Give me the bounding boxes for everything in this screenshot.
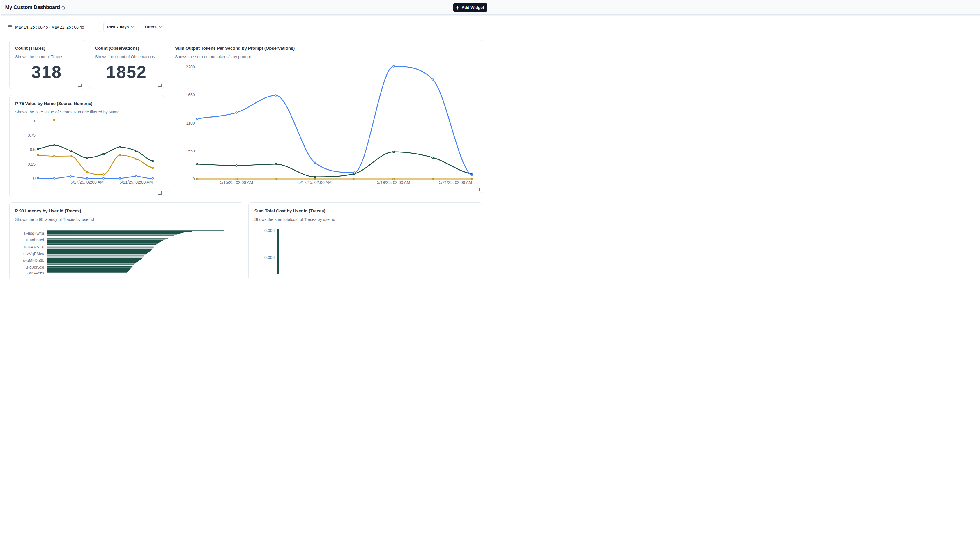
svg-text:0.25: 0.25 bbox=[27, 162, 35, 166]
svg-text:1100: 1100 bbox=[186, 121, 195, 125]
svg-text:u-aobnuxf: u-aobnuxf bbox=[26, 238, 44, 243]
svg-text:5/21/25, 02:00 AM: 5/21/25, 02:00 AM bbox=[439, 180, 472, 185]
svg-text:0.75: 0.75 bbox=[27, 133, 35, 138]
svg-text:u-zVqP3hw: u-zVqP3hw bbox=[23, 251, 44, 256]
svg-text:0.008: 0.008 bbox=[264, 228, 275, 233]
svg-text:0.006: 0.006 bbox=[264, 255, 275, 260]
svg-text:u-tFAR5TX: u-tFAR5TX bbox=[24, 245, 44, 249]
svg-text:1650: 1650 bbox=[186, 92, 195, 97]
svg-text:u-5M8D56k: u-5M8D56k bbox=[23, 258, 44, 263]
svg-text:5/17/25, 02:00 AM: 5/17/25, 02:00 AM bbox=[70, 180, 103, 184]
svg-text:2200: 2200 bbox=[186, 65, 195, 69]
svg-text:u-d3qr5cg: u-d3qr5cg bbox=[25, 265, 44, 270]
svg-text:0: 0 bbox=[192, 177, 195, 181]
svg-text:u-8fVa9T3: u-8fVa9T3 bbox=[25, 271, 44, 274]
svg-text:5/19/25, 02:00 AM: 5/19/25, 02:00 AM bbox=[377, 180, 410, 185]
svg-text:0: 0 bbox=[33, 176, 35, 181]
svg-text:5/17/25, 02:00 AM: 5/17/25, 02:00 AM bbox=[298, 180, 332, 185]
svg-text:550: 550 bbox=[188, 149, 195, 153]
svg-text:1: 1 bbox=[33, 119, 35, 124]
svg-text:0.5: 0.5 bbox=[30, 147, 35, 152]
svg-text:u-8sq2w4a: u-8sq2w4a bbox=[24, 231, 44, 236]
svg-text:5/21/25, 02:00 AM: 5/21/25, 02:00 AM bbox=[119, 180, 153, 184]
svg-text:5/15/25, 02:00 AM: 5/15/25, 02:00 AM bbox=[220, 180, 253, 185]
